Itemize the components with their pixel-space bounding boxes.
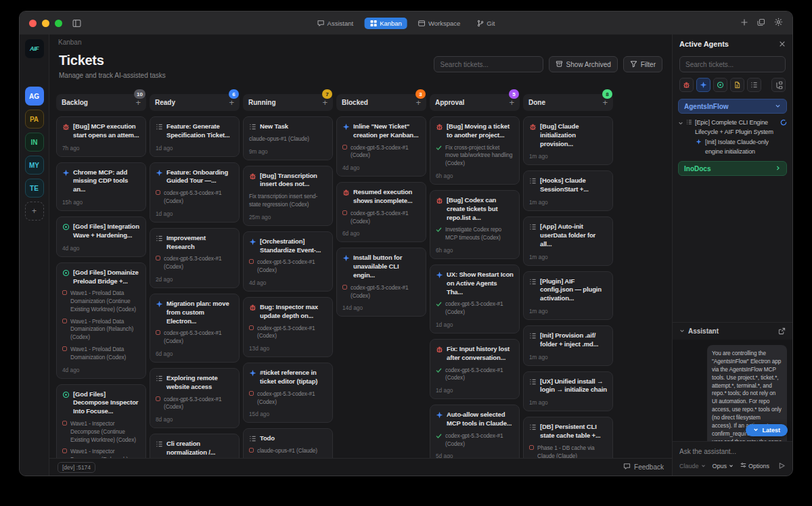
workspace-avatar-in[interactable]: IN [25,133,44,152]
ticket-card[interactable]: Install button for unavailable CLI engin… [336,248,426,317]
close-panel-icon[interactable] [779,41,786,47]
ticket-card[interactable]: [Plugin] AIF config.json — plugin activa… [523,271,613,320]
column-name: Done [528,99,545,106]
project-row-inodocs[interactable]: InoDocs [678,161,787,176]
subtask-checkbox[interactable] [62,448,67,458]
subtask-checkbox[interactable] [62,346,67,362]
ticket-card[interactable]: [App] Auto-init userData folder for all.… [523,216,613,265]
subtask-checkbox[interactable] [249,448,254,455]
app-logo[interactable]: AIF [25,39,44,58]
subtask-checkbox[interactable] [249,259,254,275]
ticket-card[interactable]: [Bug] Claude initialization provision...… [523,116,613,165]
add-ticket-button[interactable]: + [415,98,421,107]
search-input[interactable] [434,56,543,72]
copy-layout-icon[interactable] [757,17,765,29]
subtask-checkbox[interactable] [342,210,347,226]
minimize-window-button[interactable] [42,20,49,27]
ticket-card[interactable]: UX: Show Restart Icon on Active Agents T… [430,264,520,334]
ticket-card[interactable]: Inline "New Ticket" creation per Kanban.… [336,116,426,177]
add-ticket-button[interactable]: + [322,98,328,107]
ticket-card[interactable]: Migration plan: move from custom Electro… [150,294,240,363]
workspace-avatar-ag[interactable]: AG [25,87,44,106]
subtask-checkbox[interactable] [249,391,254,407]
ticket-card[interactable]: Feature: Onboarding Guided Tour —...code… [150,162,240,223]
ticket-card[interactable]: Cli creation normalization /...codex-gpt… [150,434,240,458]
ticket-card[interactable]: [Orchestration] Standardize Event-...cod… [243,231,333,292]
ticket-card[interactable]: [Bug] Moving a ticket to another project… [430,116,520,185]
zoom-window-button[interactable] [55,20,62,27]
filter-bug-button[interactable] [679,78,694,92]
subtask-checkbox[interactable] [62,319,67,342]
open-external-icon[interactable] [778,327,786,335]
workspace-avatar-pa[interactable]: PA [25,110,44,129]
show-archived-button[interactable]: Show Archived [549,56,618,72]
ticket-card[interactable]: New Taskclaude-opus-#1 (Claude)9m ago [243,116,333,160]
close-window-button[interactable] [29,20,37,27]
tab-workspace[interactable]: Workspace [413,18,466,29]
filter-release-button[interactable] [713,78,727,92]
filter-feature-button[interactable] [696,78,710,92]
filter-button[interactable]: Filter [623,56,662,72]
agents-search-input[interactable] [679,56,786,72]
ticket-card[interactable]: [God Files] Domainize Preload Bridge +..… [56,262,146,379]
filter-task-button[interactable] [747,78,761,92]
new-tab-icon[interactable] [740,17,748,29]
tab-git[interactable]: Git [471,18,500,29]
add-ticket-button[interactable]: + [135,98,141,107]
options-button[interactable]: Options [740,462,769,469]
send-icon[interactable] [778,462,786,469]
subtask-checkbox[interactable] [156,190,160,206]
ticket-card[interactable]: [DB] Persistent CLI state cache table +.… [523,417,613,458]
tree-item-init[interactable]: [Init] Isolate Claude-only engine initia… [678,138,787,156]
subtask-checkbox[interactable] [62,290,67,313]
filter-doc-button[interactable] [730,78,744,92]
tree-item-epic[interactable]: [Epic] Complete CLI Engine Lifecycle + A… [678,118,787,137]
ticket-card[interactable]: Bug: Inspector max update depth on...cod… [243,297,333,357]
subtask-checkbox[interactable] [342,145,347,160]
subtask-checkbox[interactable] [156,256,160,271]
add-ticket-button[interactable]: + [509,98,514,107]
tree-view-button[interactable] [771,78,786,92]
provider-select[interactable]: Claude [679,463,706,469]
ticket-card[interactable]: Fix: Input history lost after conversati… [430,339,520,399]
ticket-card[interactable]: Todoclaude-opus-#1 (Claude)15d ago [243,428,333,458]
subtask-checkbox[interactable] [156,330,160,346]
subtask-checkbox[interactable] [249,325,254,341]
ticket-card[interactable]: Auto-allow selected MCP tools in Claude.… [430,405,520,458]
titlebar-actions [740,17,783,29]
ticket-card[interactable]: Feature: Generate Specification Ticket..… [150,116,240,157]
ticket-card[interactable]: [God Files] Decompose Inspector Into Foc… [56,384,146,458]
ticket-card[interactable]: #ticket reference in ticket editor (tipt… [243,363,333,423]
add-ticket-button[interactable]: + [229,98,234,107]
ticket-card[interactable]: Improvement Researchcodex-gpt-5.3-codex-… [150,228,240,288]
ticket-card[interactable]: Resumed execution shows incomplete...cod… [336,182,426,242]
project-row-agentsinflow[interactable]: AgentsInFlow [678,99,787,114]
card-title: [Bug] Transcription insert does not... [260,172,327,189]
tab-assistant[interactable]: Assistant [312,18,359,29]
tab-kanban[interactable]: Kanban [364,18,407,29]
ticket-card[interactable]: [God Files] Integration Wave + Hardening… [56,216,146,257]
subtask-checkbox[interactable] [342,285,347,300]
subtask-checkbox[interactable] [62,421,67,444]
assistant-header[interactable]: Assistant [673,323,792,340]
ticket-card[interactable]: [Hooks] Claude SessionStart +...1m ago [523,170,613,211]
assistant-input[interactable] [673,441,792,459]
model-select[interactable]: Opus [713,463,734,469]
add-workspace-button[interactable]: + [25,202,44,221]
ticket-card[interactable]: Exploring remote website accesscodex-gpt… [150,368,240,428]
ticket-card[interactable]: Chrome MCP: add missing CDP tools an...1… [56,162,146,211]
workspace-avatar-te[interactable]: TE [25,179,44,198]
feedback-button[interactable]: Feedback [623,463,664,472]
ticket-card[interactable]: [Bug] MCP execution start opens an attem… [56,116,146,157]
sidebar-toggle-icon[interactable] [72,19,81,28]
workspace-avatar-my[interactable]: MY [25,156,44,175]
ticket-card[interactable]: [Init] Provision .aif/ folder + inject .… [523,325,613,366]
ticket-card[interactable]: [Bug] Codex can create tickets but repo.… [430,190,520,259]
add-ticket-button[interactable]: + [602,98,608,107]
ticket-card[interactable]: [UX] Unified install → login → initializ… [523,371,613,412]
latest-button[interactable]: Latest [746,424,788,436]
ticket-card[interactable]: [Bug] Transcription insert does not...Fi… [243,166,333,226]
settings-gear-icon[interactable] [774,17,783,29]
subtask-checkbox[interactable] [156,396,160,412]
subtask-checkbox[interactable] [529,445,534,458]
